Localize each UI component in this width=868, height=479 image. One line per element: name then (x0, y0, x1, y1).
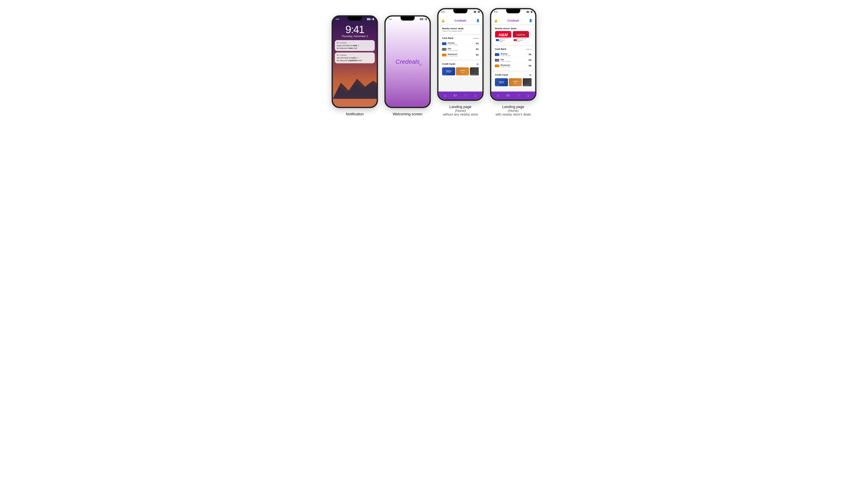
cashback-label-restaurant-2: Restaurant (500, 64, 510, 66)
caption-welcome: Welcoming screen (393, 112, 423, 116)
nearby-title-1: Nearby stores' deals (442, 27, 479, 30)
app-header-1: 🔔 Credeals 👤 (438, 14, 483, 24)
creditcards-section-1: Credit Cards ⊕ AMERICANEXPRESS CY FROST (440, 61, 480, 77)
cashback-row-gas-2: Gas Credit card-type 5% (495, 57, 532, 63)
status-icons-app2: ▋▋ ▾ ▉ (527, 11, 532, 13)
boa-card-icon (514, 39, 517, 41)
hm-card-info: Chase-Freedome%20 Back30/12 (499, 38, 509, 42)
hm-heart-icon[interactable]: ♥ (509, 32, 510, 34)
caption-l1-2: Landing page (495, 105, 531, 109)
notch-app1 (453, 9, 467, 13)
card-amex-1[interactable]: AMERICANEXPRESS CY FROST (442, 67, 455, 76)
cashback-label-gas-1: Gas (448, 48, 458, 50)
battery-icon-w: ▉ (426, 18, 427, 20)
card-name-dark-1: LINDA WALKE (470, 74, 476, 75)
cashback-row-restaurant-1: Restaurant Credit card-type 5% (442, 52, 479, 58)
cashback-left-grocery-2: Grocery Credit card-type (495, 53, 510, 56)
card-savor-1[interactable]: SAVORONE (456, 67, 469, 76)
card-img-grocery-2 (495, 53, 499, 56)
card-amex-2[interactable]: AMERICANEXPRESS CY FROST (495, 78, 508, 86)
deals-nav-icon-1[interactable]: 🏷 (454, 94, 457, 97)
phone-wrapper-notification: 9:41 ▋▋▋ ▾ ▉ 9:41 Thursday, December 2 (332, 15, 378, 116)
app-title-1: Credeals (445, 19, 476, 22)
phone-landing-with-store-inner: 9:41 ▋▋ ▾ ▉ 🔔 Credeals 👤 (491, 9, 535, 99)
card-row-1: AMERICANEXPRESS CY FROST SAVORONE (442, 67, 479, 76)
card-img-gas-2 (495, 59, 499, 62)
card-dark-2[interactable]: LINDA WALKE (523, 78, 532, 86)
card-dark-1[interactable]: LINDA WALKE (470, 67, 479, 76)
notif-text-1: Enjoy 10% back on H&M ☺by using your Ame… (337, 44, 373, 50)
search-nav-icon-2[interactable]: ⌕ (527, 94, 529, 97)
levis-heart-icon[interactable]: ♥ (527, 32, 528, 34)
signal-icon: ▋▋▋ (367, 18, 371, 20)
card-row-2: AMERICANEXPRESS CY FROST SAVORONE (495, 78, 532, 86)
welcome-logo: Credeals 🏷 (396, 58, 420, 65)
cashback-row-restaurant-2: Restaurant Credit card-type 5% (495, 63, 532, 68)
notif-app-2: Credeals (340, 54, 346, 56)
notif-header-2: 🏷 Credeals (337, 54, 373, 56)
cashback-section-2: Cash Back Edit list Grocery Credit card-… (493, 46, 533, 70)
caption-landing-with-store: Landing page (Home) with nearby store's … (495, 105, 531, 116)
card-img-restaurant-2 (495, 64, 499, 67)
app-name-welcome: Credeals (396, 58, 420, 65)
add-card-btn-1[interactable]: ⊕ (476, 62, 479, 66)
cashback-section-1: Cash Back Edit list Grocery Credit card-… (440, 35, 480, 59)
creditcards-header-2: Credit Cards ⊕ (495, 73, 532, 77)
profile-icon-2[interactable]: 👤 (529, 19, 532, 22)
cashback-sublabel-grocery-2: Credit card-type (500, 55, 510, 56)
creditcards-title-2: Credit Cards (495, 73, 508, 76)
favorites-nav-icon-1[interactable]: ♡ (464, 94, 467, 97)
app-body-2: Nearby stores' deals H&M ♥ Chase (491, 24, 535, 92)
creditcards-title-1: Credit Cards (442, 63, 455, 65)
edit-list-1[interactable]: Edit list (473, 37, 479, 39)
app-body-1: Nearby stores' deals There is no nearby … (438, 24, 483, 92)
creditcards-header-1: Credit Cards ⊕ (442, 62, 479, 66)
search-nav-icon-1[interactable]: ⌕ (474, 94, 476, 97)
caption-notification: Notification (346, 112, 364, 116)
deals-nav-icon-2[interactable]: 🏷 (506, 94, 509, 97)
caption-l3-1: without any nearby store (443, 113, 478, 116)
cashback-row-gas-1: Gas Credit card-type 5% (442, 47, 479, 52)
phone-lockscreen: 9:41 ▋▋▋ ▾ ▉ 9:41 Thursday, December 2 (332, 15, 378, 108)
battery-icon: ▉ (373, 18, 374, 20)
home-nav-icon-2[interactable]: ⌂ (497, 94, 499, 97)
bell-icon-1[interactable]: 🔔 (441, 19, 445, 22)
cashback-pct-grocery-1: 5% (476, 42, 479, 45)
nearby-section-2: Nearby stores' deals H&M ♥ Chase (493, 26, 533, 44)
home-nav-icon-1[interactable]: ⌂ (444, 94, 446, 97)
battery-icon-a2: ▉ (531, 11, 532, 13)
signal-icon-a1: ▋▋ (474, 11, 476, 13)
phone-lockscreen-inner: 9:41 ▋▋▋ ▾ ▉ 9:41 Thursday, December 2 (333, 17, 377, 107)
mountain-bg (333, 74, 377, 99)
notification-card-2[interactable]: 🏷 Credeals Get 15% back on Levi's ☺by us… (335, 52, 375, 63)
caption-l3-2: with nearby store's deals (495, 113, 531, 116)
phone-wrapper-landing-with-store: 9:41 ▋▋ ▾ ▉ 🔔 Credeals 👤 (490, 8, 536, 116)
status-icons-welcome: ▋▋▋ ▾ ▉ (420, 18, 427, 20)
status-time: 9:41 (336, 18, 339, 20)
bell-icon-2[interactable]: 🔔 (494, 19, 497, 22)
logo-tag-icon: 🏷 (419, 63, 422, 66)
favorites-nav-icon-2[interactable]: ♡ (517, 94, 520, 97)
signal-icon-w: ▋▋▋ (420, 18, 424, 20)
cashback-label-gas-2: Gas (500, 58, 510, 60)
notifications-area: 🏷 Credeals Enjoy 10% back on H&M ☺by usi… (333, 38, 377, 63)
add-card-btn-2[interactable]: ⊕ (529, 73, 532, 77)
profile-icon-1[interactable]: 👤 (476, 19, 479, 22)
store-card-levis[interactable]: LEVI'S ♥ BOA-Customized%20 Back30/12 (513, 31, 529, 43)
phone-welcome-inner: 9:41 ▋▋▋ ▾ ▉ Credeals 🏷 (385, 17, 430, 107)
card-name-dark-2: LINDA WALKE (523, 85, 529, 86)
notification-card-1[interactable]: 🏷 Credeals Enjoy 10% back on H&M ☺by usi… (335, 40, 375, 51)
wifi-icon-a1: ▾ (477, 11, 478, 13)
status-time-welcome: 9:41 (389, 18, 392, 20)
caption-l2-1: (Home) (443, 109, 478, 113)
app-header-2: 🔔 Credeals 👤 (491, 14, 535, 24)
cashback-row-grocery-2: Grocery Credit card-type 5% (495, 52, 532, 57)
edit-list-2[interactable]: Edit list (526, 49, 532, 50)
cashback-left-gas-2: Gas Credit card-type (495, 58, 510, 62)
store-card-hm[interactable]: H&M ♥ Chase-Freedome%20 Back30/12 (495, 31, 512, 43)
card-savor-2[interactable]: SAVORONE (509, 78, 522, 86)
cashback-title-2: Cash Back (495, 48, 506, 50)
battery-icon-a1: ▉ (478, 11, 479, 13)
wifi-icon: ▾ (371, 18, 372, 20)
app-screen-1: 9:41 ▋▋ ▾ ▉ 🔔 Credeals 👤 (438, 9, 483, 99)
